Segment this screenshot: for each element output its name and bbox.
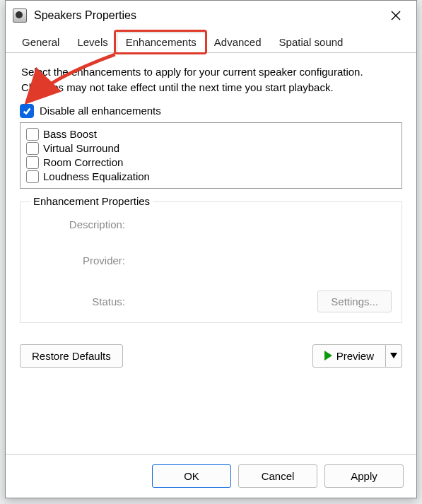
settings-button[interactable]: Settings... [317,291,392,312]
speaker-icon [13,8,27,23]
dialog-footer: OK Cancel Apply [6,454,416,498]
enhancement-label: Loudness Equalization [43,170,150,182]
tab-general[interactable]: General [13,33,69,52]
loudness-equalization-checkbox[interactable] [26,170,39,183]
tab-levels[interactable]: Levels [68,33,117,52]
enhancement-properties-group: Enhancement Properties Description: Prov… [20,201,402,323]
room-correction-checkbox[interactable] [26,156,39,169]
enhancements-list: Bass Boost Virtual Surround Room Correct… [20,122,402,189]
list-item[interactable]: Room Correction [26,156,394,170]
status-label: Status: [30,295,129,307]
disable-all-label: Disable all enhancements [40,105,161,117]
bass-boost-checkbox[interactable] [26,128,39,141]
preview-split-button: Preview [312,344,402,368]
cancel-button[interactable]: Cancel [238,464,317,488]
enhancement-label: Virtual Surround [43,142,119,154]
ok-button[interactable]: OK [152,464,231,488]
tab-content: Select the enhancements to apply for you… [6,53,416,454]
tab-advanced[interactable]: Advanced [205,33,271,52]
properties-legend: Enhancement Properties [30,195,153,207]
preview-dropdown-button[interactable] [386,344,402,368]
list-item[interactable]: Bass Boost [26,127,394,141]
virtual-surround-checkbox[interactable] [26,142,39,155]
preview-label: Preview [336,350,374,362]
provider-label: Provider: [30,254,129,266]
enhancement-label: Bass Boost [43,128,97,140]
tabstrip: General Levels Enhancements Advanced Spa… [6,30,416,53]
tab-spatial-sound[interactable]: Spatial sound [270,33,353,52]
close-button[interactable] [380,4,412,27]
list-item[interactable]: Virtual Surround [26,141,394,156]
enhancement-label: Room Correction [43,156,123,168]
check-icon [22,106,32,116]
list-item[interactable]: Loudness Equalization [26,170,394,184]
play-icon [324,351,332,361]
instructions-text: Select the enhancements to apply for you… [21,64,401,95]
chevron-down-icon [390,353,397,358]
bottom-row: Restore Defaults Preview [20,344,402,368]
titlebar: Speakers Properties [6,1,416,30]
restore-defaults-button[interactable]: Restore Defaults [20,344,123,368]
close-icon [391,11,401,20]
speakers-properties-window: Speakers Properties General Levels Enhan… [5,0,417,498]
window-title: Speakers Properties [34,9,380,22]
disable-all-checkbox[interactable] [20,104,34,118]
preview-button[interactable]: Preview [312,344,386,368]
disable-all-row: Disable all enhancements [20,104,402,118]
tab-enhancements[interactable]: Enhancements [117,33,206,53]
apply-button[interactable]: Apply [324,464,404,488]
description-label: Description: [30,218,129,230]
